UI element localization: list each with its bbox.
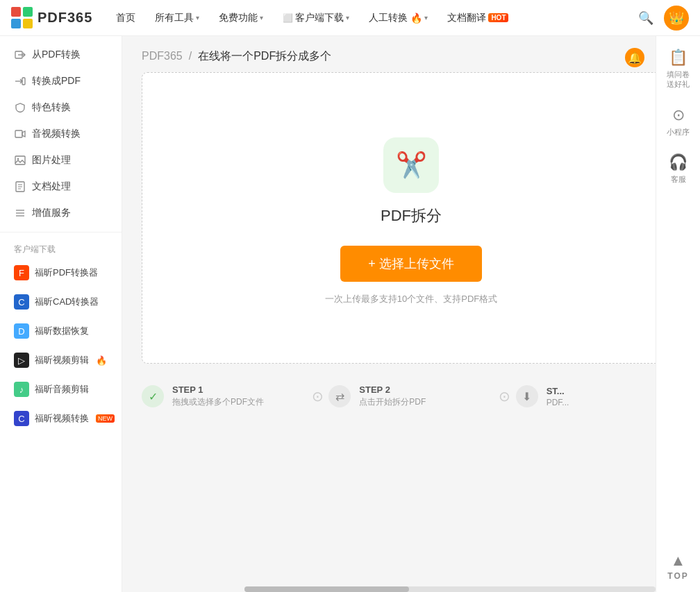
sidebar-app-audio-label: 福昕音频剪辑 [35,383,89,396]
step-arrow-1: ⊙ [306,385,328,407]
logo[interactable]: PDF365 [11,7,92,29]
nav-manual-arrow: ▾ [424,14,428,22]
nav-client-arrow: ▾ [346,14,349,22]
tool-name: PDF拆分 [381,205,442,226]
to-pdf-icon [14,75,26,87]
step-arrow-2: ⊙ [494,385,516,407]
app-vconv-icon: C [14,411,29,426]
sidebar-item-image-label: 图片处理 [32,154,71,167]
sidebar-section-label: 客户端下载 [0,238,122,258]
steps-bar: ✓ STEP 1 拖拽或选择多个PDF文件 ⊙ ⇄ STEP 2 点击开始拆分P… [122,372,700,421]
app-data-icon: D [14,323,29,339]
nav-doc-translate[interactable]: 文档翻译 HOT [439,0,517,36]
breadcrumb-current: 在线将一个PDF拆分成多个 [198,50,331,62]
search-button[interactable]: 🔍 [633,6,658,31]
svg-rect-4 [15,130,22,137]
new-badge: NEW [96,414,115,423]
sidebar-app-data-label: 福昕数据恢复 [35,325,89,337]
pdf-split-icon: ✂️ [396,151,427,180]
nav-client-download[interactable]: ⬜ 客户端下载 ▾ [274,0,358,36]
sidebar-item-from-pdf-label: 从PDF转换 [32,49,81,61]
main-layout: 从PDF转换 转换成PDF 特色转换 音视频转换 图片处理 [0,36,700,592]
sidebar-app-vconv-label: 福昕视频转换 [35,412,89,425]
notification-dot[interactable]: 🔔 [625,48,644,67]
fire-badge: 🔥 [96,355,107,366]
app-cad-icon: C [14,294,29,310]
sidebar-item-av-convert[interactable]: 音视频转换 [0,121,122,147]
step-1-content: STEP 1 拖拽或选择多个PDF文件 [172,384,264,408]
video-icon [14,128,26,140]
sidebar-app-video-edit[interactable]: ▷ 福昕视频剪辑 🔥 [0,346,122,375]
rs-survey[interactable]: 📋 填问卷送好礼 [656,42,700,96]
image-icon [14,154,26,167]
sidebar: 从PDF转换 转换成PDF 特色转换 音视频转换 图片处理 [0,36,122,592]
top-navigation: PDF365 首页 所有工具 ▾ 免费功能 ▾ ⬜ 客户端下载 ▾ 人工转换 🔥… [0,0,700,36]
rs-service-label: 客服 [671,174,686,184]
sidebar-app-video-convert[interactable]: C 福昕视频转换 NEW [0,404,122,433]
svg-rect-6 [15,156,25,164]
step-3-content: ST... PDF... [547,386,569,407]
sidebar-item-special[interactable]: 特色转换 [0,94,122,121]
user-avatar[interactable]: 👑 [664,6,689,31]
sidebar-item-vip[interactable]: 增值服务 [0,200,122,226]
nav-right-actions: 🔍 👑 [633,6,689,31]
sidebar-app-cad-converter[interactable]: C 福昕CAD转换器 [0,287,122,316]
svg-marker-5 [22,131,25,137]
sidebar-app-audio-edit[interactable]: ♪ 福昕音频剪辑 [0,375,122,404]
breadcrumb-separator: / [189,50,192,62]
mini-program-icon: ⊙ [672,106,685,124]
main-content-wrap: PDF365 / 在线将一个PDF拆分成多个 🔔 ✂️ PDF拆分 + 选择上传… [122,36,700,421]
sidebar-item-image[interactable]: 图片处理 [0,147,122,174]
sidebar-app-pdf-converter[interactable]: F 福昕PDF转换器 [0,258,122,287]
step-2-num: STEP 2 [359,384,426,395]
rs-back-to-top[interactable]: ▲ TOP [656,546,700,586]
sidebar-item-to-pdf[interactable]: 转换成PDF [0,68,122,94]
shield-icon [14,101,26,114]
nav-all-tools[interactable]: 所有工具 ▾ [147,0,208,36]
app-pdf-icon: F [14,265,29,280]
doc-icon [14,180,26,193]
sidebar-app-video-label: 福昕视频剪辑 [35,354,89,366]
upload-button[interactable]: + 选择上传文件 [340,246,482,282]
rs-top-label: TOP [667,571,688,581]
upload-hint: 一次上传最多支持10个文件、支持PDF格式 [325,293,497,305]
step-3-num: ST... [547,386,569,396]
from-pdf-icon [14,49,26,61]
top-arrow-icon: ▲ [671,552,686,570]
nav-free-features[interactable]: 免费功能 ▾ [210,0,272,36]
download-icon: ⬜ [283,13,293,23]
app-audio-icon: ♪ [14,382,29,397]
step-1: ✓ STEP 1 拖拽或选择多个PDF文件 [142,384,306,408]
svg-point-7 [17,158,19,160]
fire-icon: 🔥 [410,12,422,24]
right-sidebar: 📋 填问卷送好礼 ⊙ 小程序 🎧 客服 ▲ TOP [656,36,700,592]
rs-mini-program[interactable]: ⊙ 小程序 [656,99,700,144]
step-2-check: ⇄ [328,385,351,407]
nav-all-tools-arrow: ▾ [196,14,199,22]
logo-text: PDF365 [38,10,92,26]
svg-rect-3 [22,78,25,85]
sidebar-item-vip-label: 增值服务 [32,207,71,219]
breadcrumb-link[interactable]: PDF365 [142,50,183,62]
sidebar-app-cad-label: 福昕CAD转换器 [35,296,99,308]
sidebar-app-data-recovery[interactable]: D 福昕数据恢复 [0,316,122,346]
upload-icon-wrap: ✂️ [383,137,439,193]
headset-icon: 🎧 [669,153,688,171]
nav-home[interactable]: 首页 [108,0,144,36]
sidebar-divider [0,232,122,232]
sidebar-item-from-pdf[interactable]: 从PDF转换 [0,42,122,68]
step-2-desc: 点击开始拆分PDF [359,396,426,408]
upload-area[interactable]: ✂️ PDF拆分 + 选择上传文件 一次上传最多支持10个文件、支持PDF格式 [142,72,681,364]
sidebar-item-doc[interactable]: 文档处理 [0,174,122,200]
sidebar-item-av-label: 音视频转换 [32,128,81,140]
bottom-scrollbar[interactable] [244,586,656,592]
scroll-thumb[interactable] [244,586,409,592]
rs-mini-label: 小程序 [667,127,690,137]
rs-customer-service[interactable]: 🎧 客服 [656,146,700,191]
rs-survey-label: 填问卷送好礼 [667,69,690,90]
breadcrumb: PDF365 / 在线将一个PDF拆分成多个 [122,36,351,72]
step-1-num: STEP 1 [172,384,264,395]
step-2: ⇄ STEP 2 点击开始拆分PDF [328,384,493,408]
step-3-check: ⬇ [516,385,538,407]
nav-manual-convert[interactable]: 人工转换 🔥 ▾ [360,0,436,36]
